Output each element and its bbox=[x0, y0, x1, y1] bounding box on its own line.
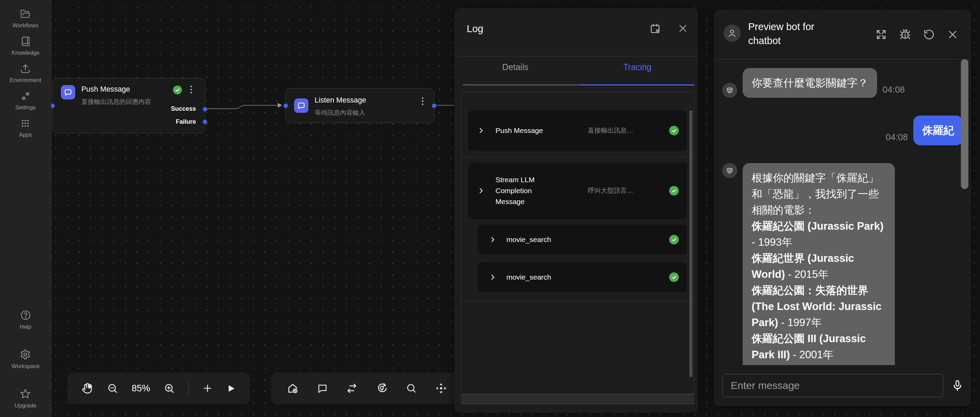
close-icon[interactable] bbox=[947, 29, 958, 40]
chat-scrollbar-thumb[interactable] bbox=[961, 59, 968, 189]
chat-input-row bbox=[722, 371, 964, 400]
message-timestamp: 04:08 bbox=[886, 132, 908, 143]
message-bubble: 侏羅紀 bbox=[913, 116, 963, 145]
bot-message: 根據你的關鍵字「侏羅紀」和「恐龍」，我找到了一些相關的電影： 侏羅紀公園 (Ju… bbox=[722, 163, 963, 365]
tab-underline-active bbox=[579, 84, 694, 86]
header-divider bbox=[455, 56, 698, 56]
sidebar-item-label: Workflows bbox=[13, 22, 39, 29]
sidebar-item-label: Help bbox=[20, 324, 32, 330]
node-subtitle: 等待訊息內容輸入 bbox=[315, 108, 365, 117]
sidebar-item-apps[interactable]: Apps bbox=[19, 118, 32, 138]
trace-row-movie-search[interactable]: movie_search bbox=[478, 225, 687, 255]
node-title: Listen Message bbox=[315, 96, 366, 105]
message-input[interactable] bbox=[722, 374, 943, 397]
robot-avatar-icon bbox=[722, 163, 737, 178]
input-port[interactable] bbox=[283, 103, 288, 108]
sidebar-item-label: Upgrade bbox=[15, 402, 36, 409]
success-check-badge bbox=[669, 273, 679, 282]
node-listen-message[interactable]: Listen Message 等待訊息內容輸入 bbox=[286, 88, 434, 123]
success-check-badge bbox=[669, 126, 679, 135]
trace-subtitle: 呼叫大型語言… bbox=[588, 186, 633, 195]
sidebar-item-workflows[interactable]: Workflows bbox=[13, 9, 39, 29]
trace-subtitle: 直接輸出訊息… bbox=[588, 126, 633, 135]
bot-avatar bbox=[724, 25, 741, 42]
trace-list: Push Message 直接輸出訊息… Stream LLM Completi… bbox=[461, 92, 694, 400]
output-port-success[interactable] bbox=[203, 107, 207, 111]
trace-row-push-message[interactable]: Push Message 直接輸出訊息… bbox=[468, 110, 687, 151]
zoom-in-icon[interactable] bbox=[164, 383, 175, 394]
message-bubble: 根據你的關鍵字「侏羅紀」和「恐龍」，我找到了一些相關的電影： 侏羅紀公園 (Ju… bbox=[743, 163, 895, 365]
sidebar-item-upgrade[interactable]: Upgrade bbox=[15, 388, 36, 409]
move-canvas-icon[interactable] bbox=[435, 382, 447, 394]
tab-underline-inactive bbox=[463, 84, 579, 86]
sidebar-item-label: Knowledge bbox=[12, 49, 40, 56]
microphone-icon[interactable] bbox=[951, 379, 964, 392]
log-panel: Log Details Tracing Push Message 直接輸出訊息… bbox=[455, 8, 698, 413]
output-port-failure[interactable] bbox=[203, 120, 207, 124]
node-push-message[interactable]: Push Message 直接輸出訊息的回應內容 Success Failure bbox=[52, 78, 205, 133]
zoom-level[interactable]: 85% bbox=[132, 383, 150, 394]
auto-layout-bulb-icon[interactable] bbox=[376, 382, 388, 394]
canvas-action-toolbar bbox=[271, 373, 463, 404]
add-home-node-icon[interactable] bbox=[287, 382, 299, 394]
kebab-menu-icon[interactable] bbox=[189, 85, 193, 95]
kebab-menu-icon[interactable] bbox=[421, 97, 424, 106]
pan-hand-icon[interactable] bbox=[82, 382, 93, 394]
chat-header-actions bbox=[875, 29, 958, 40]
sidebar-item-label: Workspace bbox=[11, 363, 39, 369]
sidebar: Workflows Knowledge Environment Settings… bbox=[0, 0, 51, 417]
trace-title: movie_search bbox=[506, 272, 643, 283]
sidebar-item-label: Environment bbox=[10, 77, 41, 83]
sidebar-item-settings[interactable]: Settings bbox=[15, 91, 36, 111]
sliders-icon bbox=[21, 91, 31, 101]
chevron-right-icon bbox=[478, 187, 485, 194]
chevron-right-icon bbox=[489, 274, 496, 281]
add-node-plus-icon[interactable] bbox=[202, 383, 213, 393]
trace-row-movie-search[interactable]: movie_search bbox=[478, 262, 687, 292]
trace-title: Push Message bbox=[495, 125, 552, 136]
message-timestamp: 04:08 bbox=[883, 84, 905, 95]
close-icon[interactable] bbox=[678, 23, 688, 33]
tab-details[interactable]: Details bbox=[455, 62, 576, 72]
log-scrollbar-thumb[interactable] bbox=[689, 110, 692, 377]
trace-title: Stream LLM Completion Message bbox=[495, 174, 552, 207]
output-label-success: Success bbox=[171, 105, 196, 113]
search-icon[interactable] bbox=[406, 383, 417, 394]
refresh-icon[interactable] bbox=[923, 29, 935, 40]
chat-preview-panel: Preview bot for chatbot bbox=[714, 10, 971, 406]
help-circle-icon bbox=[20, 310, 31, 320]
output-port[interactable] bbox=[432, 103, 436, 108]
user-message: 04:08 侏羅紀 bbox=[722, 116, 963, 145]
run-play-icon[interactable] bbox=[226, 384, 235, 393]
calendar-clear-icon[interactable] bbox=[650, 23, 661, 34]
sidebar-item-workspace[interactable]: Workspace bbox=[11, 349, 39, 369]
log-horizontal-scrollbar[interactable] bbox=[461, 394, 694, 404]
chat-bubble-icon bbox=[61, 85, 75, 100]
tab-tracing[interactable]: Tracing bbox=[576, 62, 698, 72]
success-check-badge bbox=[173, 86, 182, 94]
workflow-editor-app: Workflows Knowledge Environment Settings… bbox=[0, 0, 980, 417]
upload-icon bbox=[20, 63, 30, 74]
gear-icon bbox=[20, 349, 31, 360]
output-label-failure: Failure bbox=[176, 118, 196, 125]
trace-divider bbox=[461, 157, 694, 157]
sidebar-item-label: Apps bbox=[19, 132, 32, 138]
toolbar-divider bbox=[188, 381, 189, 396]
bot-message: 你要查什麼電影關鍵字？ 04:08 bbox=[722, 68, 963, 98]
debug-bug-icon[interactable] bbox=[899, 29, 911, 40]
swap-arrows-icon[interactable] bbox=[346, 382, 358, 394]
sidebar-item-help[interactable]: Help bbox=[20, 310, 32, 330]
robot-avatar-icon bbox=[722, 83, 737, 98]
chat-messages: 你要查什麼電影關鍵字？ 04:08 04:08 侏羅紀 根據你的關鍵字「侏羅紀」… bbox=[714, 60, 971, 365]
success-check-badge bbox=[669, 235, 679, 244]
trace-title: movie_search bbox=[506, 234, 643, 245]
expand-icon[interactable] bbox=[875, 29, 887, 40]
zoom-out-icon[interactable] bbox=[107, 383, 118, 394]
sidebar-item-knowledge[interactable]: Knowledge bbox=[12, 36, 40, 56]
chat-bubble-icon bbox=[294, 98, 309, 113]
trace-row-stream-llm[interactable]: Stream LLM Completion Message 呼叫大型語言… bbox=[468, 162, 687, 219]
comment-bubble-icon[interactable] bbox=[317, 383, 328, 394]
sidebar-item-label: Settings bbox=[15, 104, 36, 111]
node-subtitle: 直接輸出訊息的回應內容 bbox=[81, 97, 151, 106]
sidebar-item-environment[interactable]: Environment bbox=[10, 63, 41, 83]
